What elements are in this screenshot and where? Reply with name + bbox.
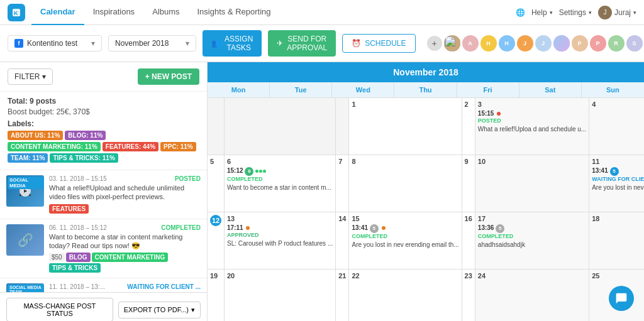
cal-cell-nov22[interactable]: 22	[349, 269, 462, 321]
posts-list: 🖼 SOCIAL MEDIA 03. 11. 2018 – 15:15 POST…	[0, 170, 207, 292]
post-thumbnail-2: 🔗	[6, 224, 44, 256]
dot-1	[255, 170, 258, 173]
day-name-thu: Thu	[394, 82, 457, 97]
cal-cell-nov5[interactable]: 5	[208, 155, 225, 212]
day-num-22: 22	[352, 272, 458, 280]
evt-dot-nov13	[246, 226, 250, 230]
labels-label: Labels:	[8, 119, 199, 128]
cal-cell-nov3[interactable]: 3 15:15 POSTED What a relief!Uploa d and…	[475, 98, 589, 155]
label-team[interactable]: TEAM: 11%	[8, 153, 48, 163]
cal-cell-nov12[interactable]: 12	[208, 212, 225, 269]
cal-cell-nov11[interactable]: 11 13:41 5 WAITING FOR CLIE... Are you l…	[589, 155, 644, 212]
mass-change-button[interactable]: MASS-CHANGE POST STATUS	[6, 298, 113, 321]
avatar-1	[444, 35, 460, 52]
cal-cell-nov17[interactable]: 17 13:36 5 COMPLETED ahadhsaidsahdjk	[475, 212, 589, 269]
evt-badge-nov15: 5	[370, 224, 379, 233]
label-features[interactable]: FEATURES: 44%	[103, 142, 158, 151]
cal-cell-nov20[interactable]: 20	[225, 269, 336, 321]
tag-features-1: FEATURES	[49, 204, 89, 214]
cal-cell-nov9[interactable]: 9	[462, 155, 475, 212]
add-avatar-button[interactable]: +	[427, 36, 442, 51]
cal-cell-nov1[interactable]: 1	[349, 98, 462, 155]
day-num-6: 6	[227, 158, 333, 165]
avatar-2: A	[462, 35, 479, 52]
list-item[interactable]: 💬 SOCIAL MEDIA TEAM 11. 11. 2018 – 13:..…	[0, 278, 207, 292]
label-content-marketing[interactable]: CONTENT MARKETING: 11%	[8, 142, 101, 151]
evt-time-nov3: 15:15	[478, 110, 494, 117]
day-num-10: 10	[478, 158, 586, 165]
evt-status-nov11: WAITING FOR CLIE...	[592, 176, 644, 183]
cal-cell-nov7[interactable]: 7	[336, 155, 349, 212]
user-menu-button[interactable]: J Juraj	[598, 6, 636, 19]
evt-title-nov17: ahadhsaidsahdjk	[478, 241, 586, 249]
labels-row-1: ABOUT US: 11% BLOG: 11%	[8, 131, 199, 140]
account-selector[interactable]: f Kontentino test ▾	[8, 35, 102, 52]
globe-icon[interactable]: 🌐	[516, 8, 525, 17]
evt-badge-nov6: 8	[245, 167, 253, 176]
cal-cell-nov8[interactable]: 8	[349, 155, 462, 212]
list-item[interactable]: 🔗 06. 11. 2018 – 15:12 COMPLETED Want to…	[0, 219, 207, 279]
label-tips-tricks[interactable]: TIPS & TRICKS: 11%	[50, 153, 118, 163]
user-avatar: J	[598, 6, 612, 19]
label-blog[interactable]: BLOG: 11%	[65, 131, 106, 140]
day-num-14: 14	[338, 215, 346, 222]
nav-tab-albums[interactable]: Albums	[143, 0, 188, 25]
list-item[interactable]: 🖼 SOCIAL MEDIA 03. 11. 2018 – 15:15 POST…	[0, 170, 207, 219]
cal-cell-nov2[interactable]: 2	[462, 98, 475, 155]
account-selector-arrow: ▾	[91, 39, 95, 48]
cal-cell-nov10[interactable]: 10	[475, 155, 589, 212]
cal-cell-nov6[interactable]: 6 15:12 8 COMPLETED Want to become a sta…	[225, 155, 336, 212]
cal-cell-nov23[interactable]: 23	[462, 269, 475, 321]
filter-button[interactable]: FILTER ▾	[8, 68, 53, 85]
label-about-us[interactable]: ABOUT US: 11%	[8, 131, 63, 140]
settings-button[interactable]: Settings	[559, 8, 592, 17]
day-num-24: 24	[478, 272, 586, 280]
nav-tab-inspirations[interactable]: Inspirations	[84, 0, 143, 25]
cal-cell-nov16[interactable]: 16	[462, 212, 475, 269]
day-num-11: 11	[592, 158, 644, 165]
filter-label: FILTER	[14, 72, 40, 81]
assign-tasks-button[interactable]: 👥 ASSIGN TASKS	[203, 30, 262, 57]
date-range-selector[interactable]: November 2018 ▾	[108, 35, 196, 52]
cal-cell-w1-3[interactable]	[336, 98, 349, 155]
cal-cell-nov24[interactable]: 24	[475, 269, 589, 321]
schedule-button[interactable]: ⏰ SCHEDULE	[342, 34, 415, 53]
day-num-21: 21	[338, 272, 346, 280]
sidebar-stats: Total: 9 posts Boost budget: 25€, 370$ L…	[0, 92, 207, 170]
chat-icon-button[interactable]	[609, 286, 634, 311]
post-content-2: 06. 11. 2018 – 15:12 COMPLETED Want to b…	[49, 224, 201, 273]
day-num-20: 20	[227, 272, 333, 280]
label-ppc[interactable]: PPC: 11%	[160, 142, 196, 151]
send-approval-button[interactable]: ✈ SEND FOR APPROVAL	[268, 30, 336, 57]
cal-cell-nov14[interactable]: 14	[336, 212, 349, 269]
avatar-7	[553, 35, 570, 52]
help-button[interactable]: Help	[531, 8, 553, 17]
cal-cell-w1-1[interactable]	[208, 98, 225, 155]
post-meta-1: 03. 11. 2018 – 15:15 POSTED	[49, 175, 201, 182]
export-label: EXPORT (TO PDF...)	[124, 306, 189, 313]
cal-cell-nov21[interactable]: 21	[336, 269, 349, 321]
cal-cell-w1-2[interactable]	[225, 98, 336, 155]
post-text-2: Want to become a star in content marketi…	[49, 232, 201, 251]
day-num-23: 23	[465, 272, 472, 280]
day-name-sat: Sat	[519, 82, 582, 97]
cal-cell-nov15[interactable]: 15 13:41 5 COMPLETED Are you lost in nev…	[349, 212, 462, 269]
nav-tab-insights[interactable]: Insights & Reporting	[188, 0, 279, 25]
cal-event-nov11: 13:41 5 WAITING FOR CLIE... Are you lost…	[592, 166, 644, 192]
post-text-1: What a relief!Upload and schedule unlimi…	[49, 183, 201, 202]
cal-cell-nov4[interactable]: 4	[589, 98, 644, 155]
evt-dot-nov3	[497, 112, 501, 116]
new-post-button[interactable]: + NEW POST	[138, 68, 199, 85]
calendar-days-header: Mon Tue Wed Thu Fri Sat Sun	[208, 82, 644, 98]
export-button[interactable]: EXPORT (TO PDF...) ▾	[118, 302, 201, 318]
cal-cell-nov13[interactable]: 13 17:11 APPROVED SL: Carousel with P ro…	[225, 212, 336, 269]
post-meta-2: 06. 11. 2018 – 15:12 COMPLETED	[49, 224, 201, 231]
avatar-photo-2	[553, 35, 570, 52]
nav-tab-calendar[interactable]: Calendar	[31, 0, 84, 25]
avatar-8: P	[572, 35, 588, 52]
cal-cell-nov18[interactable]: 18	[589, 212, 644, 269]
cal-cell-nov19[interactable]: 19	[208, 269, 225, 321]
post-meta-3: 11. 11. 2018 – 13:... WAITING FOR CLIENT…	[49, 283, 201, 290]
day-num-17: 17	[478, 215, 586, 222]
assign-tasks-label: ASSIGN TASKS	[225, 35, 253, 52]
